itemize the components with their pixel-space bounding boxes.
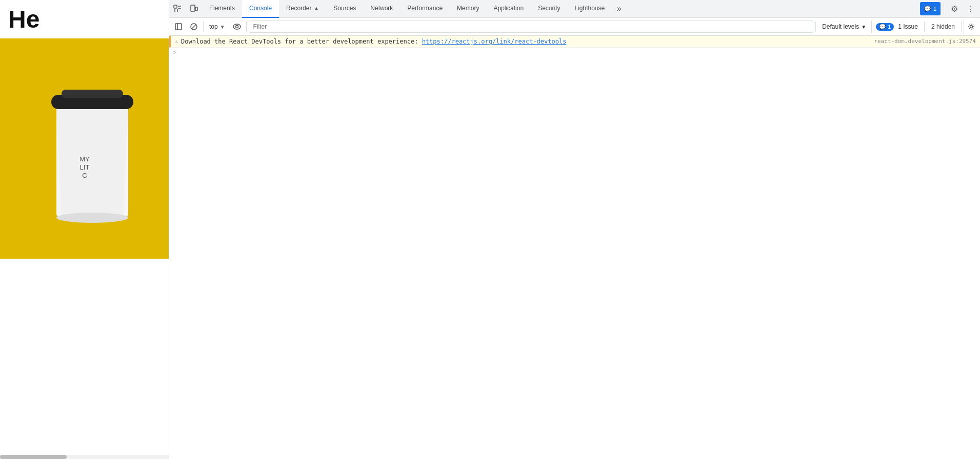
clear-console-button[interactable] <box>187 19 201 34</box>
toolbar-separator-1 <box>203 22 204 32</box>
recorder-icon: ▲ <box>313 5 319 11</box>
device-toggle-icon[interactable] <box>186 0 202 18</box>
console-expand-arrow[interactable]: > <box>169 48 980 57</box>
svg-text:LIT: LIT <box>80 163 90 171</box>
svg-text:C: C <box>82 172 87 179</box>
svg-rect-9 <box>191 5 195 11</box>
more-menu-button[interactable]: ⋮ <box>964 2 978 16</box>
console-badge-button[interactable]: 💬 1 <box>920 2 941 15</box>
issues-button[interactable]: 💬 1 1 Issue <box>871 20 922 33</box>
toolbar-separator-3 <box>815 22 816 32</box>
tab-memory[interactable]: Memory <box>450 0 486 18</box>
levels-arrow-icon: ▼ <box>861 24 866 30</box>
tab-elements[interactable]: Elements <box>202 0 242 18</box>
tab-performance[interactable]: Performance <box>400 0 450 18</box>
page-area: He MY LIT C <box>0 0 169 459</box>
inspect-element-icon[interactable] <box>169 0 186 18</box>
hidden-count[interactable]: 2 hidden <box>927 23 959 30</box>
tab-right-icons: 💬 1 ⚙ ⋮ <box>920 2 980 16</box>
console-message-source[interactable]: react-dom.development.js:29574 <box>870 38 976 45</box>
svg-text:MY: MY <box>79 155 90 163</box>
console-toolbar: top ▼ Default levels ▼ 💬 1 1 Issue 2 hi <box>169 18 980 36</box>
gear-icon: ⚙ <box>951 4 958 14</box>
devtools-panel: Elements Console Recorder ▲ Sources Netw… <box>169 0 980 459</box>
tab-console[interactable]: Console <box>242 0 279 18</box>
tab-application[interactable]: Application <box>486 0 531 18</box>
default-levels-button[interactable]: Default levels ▼ <box>818 20 870 33</box>
chat-icon-small: 💬 <box>879 24 886 30</box>
svg-rect-11 <box>175 24 182 30</box>
react-devtools-link[interactable]: https://reactjs.org/link/react-devtools <box>422 38 567 45</box>
sidebar-toggle-button[interactable] <box>171 19 186 34</box>
svg-point-7 <box>56 213 128 223</box>
live-expressions-button[interactable] <box>230 19 244 34</box>
page-heading: He <box>0 0 169 38</box>
page-scrollbar-thumb[interactable] <box>0 455 67 459</box>
console-log: ⚠ Download the React DevTools for a bett… <box>169 36 980 459</box>
filter-input[interactable] <box>249 20 814 33</box>
svg-rect-3 <box>62 90 123 98</box>
tab-security[interactable]: Security <box>531 0 567 18</box>
settings-button[interactable]: ⚙ <box>947 2 962 16</box>
chat-icon: 💬 <box>924 6 931 12</box>
svg-marker-1 <box>56 105 128 218</box>
tab-recorder[interactable]: Recorder ▲ <box>279 0 326 18</box>
context-selector[interactable]: top ▼ <box>206 20 229 33</box>
coffee-cup-illustration: MY LIT C <box>0 38 169 259</box>
page-image: MY LIT C <box>0 38 169 259</box>
tab-bar: Elements Console Recorder ▲ Sources Netw… <box>169 0 980 18</box>
issue-count-badge: 💬 1 <box>876 23 894 31</box>
warning-icon: ⚠ <box>175 38 178 44</box>
tab-sources[interactable]: Sources <box>326 0 363 18</box>
page-scrollbar[interactable] <box>0 455 169 459</box>
more-tabs-button[interactable]: » <box>612 0 626 18</box>
svg-point-16 <box>235 26 238 28</box>
svg-point-15 <box>233 24 241 29</box>
svg-point-17 <box>970 26 972 28</box>
ellipsis-icon: ⋮ <box>967 4 975 14</box>
svg-rect-10 <box>195 7 197 11</box>
console-message-text: Download the React DevTools for a better… <box>181 38 870 45</box>
tab-right-separator <box>944 4 944 14</box>
tab-lighthouse[interactable]: Lighthouse <box>567 0 612 18</box>
tab-network[interactable]: Network <box>363 0 400 18</box>
console-settings-button[interactable] <box>964 19 978 34</box>
toolbar-separator-4 <box>924 22 925 32</box>
toolbar-separator-5 <box>961 22 962 32</box>
console-message-react-devtools: ⚠ Download the React DevTools for a bett… <box>169 36 980 48</box>
toolbar-separator-2 <box>246 22 247 32</box>
context-arrow-icon: ▼ <box>220 24 225 30</box>
svg-line-14 <box>192 25 196 29</box>
svg-rect-8 <box>174 5 177 8</box>
